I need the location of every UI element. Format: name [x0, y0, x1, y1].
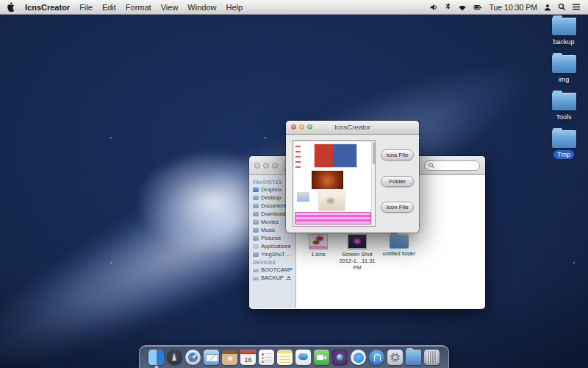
desktop-icon-label: img	[555, 75, 573, 84]
minimize-button[interactable]	[263, 163, 269, 169]
sidebar-item-label: Applications	[261, 243, 290, 250]
sidebar-devices-header: DEVICES	[253, 260, 294, 265]
zoom-button[interactable]	[272, 163, 278, 169]
eject-icon[interactable]	[286, 276, 291, 280]
dock-item-facetime[interactable]	[314, 350, 329, 365]
dock-item-launchpad[interactable]	[167, 350, 182, 365]
app-menu-icnscreator[interactable]: IcnsCreator	[25, 3, 70, 12]
documents-icon	[253, 203, 259, 208]
menu-help[interactable]: Help	[226, 3, 243, 12]
spotlight-icon[interactable]	[558, 3, 566, 11]
file-untitled-folder[interactable]: untitled folder	[379, 234, 420, 257]
desktop-icon-column: backup img Tools Tmp	[542, 18, 585, 159]
icnscreator-window[interactable]: IcnsCreator Icns File Folder Icon File	[286, 121, 419, 233]
dock-item-safari[interactable]	[185, 350, 201, 365]
dock-item-mail[interactable]	[204, 350, 219, 365]
desktop-icon-label: Tmp	[553, 150, 574, 159]
sidebar-item-label: Desktop	[261, 194, 282, 201]
file-label-line1: Screen Shot	[342, 251, 372, 258]
desktop: backup img Tools Tmp	[0, 0, 588, 368]
preview-blue-block	[297, 192, 309, 202]
sidebar-item-label: Documents	[261, 202, 289, 209]
desktop-icon-backup[interactable]: backup	[549, 18, 578, 46]
icnscreator-titlebar[interactable]: IcnsCreator	[286, 121, 419, 135]
dock-item-contacts[interactable]	[222, 350, 237, 365]
wifi-icon[interactable]	[458, 4, 467, 11]
dock-item-system-preferences[interactable]	[387, 350, 403, 365]
sidebar-item-label: Pictures	[261, 235, 281, 241]
menu-clock[interactable]: Tue 10:30 PM	[489, 3, 537, 12]
icns-file-button[interactable]: Icns File	[381, 149, 414, 160]
dropbox-icon	[253, 187, 259, 192]
dock-item-photo-booth[interactable]	[332, 350, 348, 365]
window-controls	[291, 124, 312, 130]
folder-icon	[552, 93, 576, 110]
desktop-icon-img[interactable]: img	[552, 55, 576, 84]
dock-item-notes[interactable]	[277, 350, 293, 365]
file-label: Screen Shot 2012-1…11.31 PM	[337, 251, 378, 271]
desktop-icon-tools[interactable]: Tools	[552, 93, 576, 121]
preview-red-marks	[295, 146, 301, 171]
close-button[interactable]	[254, 163, 260, 169]
folder-button[interactable]: Folder	[381, 176, 414, 187]
folder-icon	[552, 55, 576, 73]
file-1-icns[interactable]: 1.icns	[298, 234, 339, 258]
sidebar-item-applications[interactable]: Applications	[253, 242, 294, 250]
dock-item-calendar[interactable]: 16	[240, 350, 256, 365]
dock-item-itunes[interactable]	[351, 350, 366, 365]
dock-item-messages[interactable]	[295, 350, 311, 365]
sidebar-item-pictures[interactable]: Pictures	[253, 234, 294, 242]
battery-icon[interactable]	[473, 4, 482, 11]
preview-cat-image	[319, 191, 345, 210]
folder-icon	[390, 234, 409, 248]
drive-icon	[253, 276, 259, 280]
finder-search-input[interactable]	[424, 160, 480, 171]
file-thumbnail	[309, 234, 328, 249]
file-label-line2: 2012-1…11.31 PM	[339, 258, 375, 271]
menu-format[interactable]: Format	[126, 3, 151, 12]
notification-center-icon[interactable]	[573, 4, 581, 10]
minimize-button[interactable]	[299, 124, 304, 130]
downloads-icon	[253, 211, 259, 216]
menu-left: IcnsCreator File Edit Format View Window…	[7, 2, 243, 12]
sidebar-item-label: BOOTCAMP	[261, 266, 293, 273]
search-icon	[429, 163, 434, 169]
sidebar-item-backup[interactable]: BACKUP	[253, 274, 294, 282]
sidebar-item-label: Dropbox	[261, 186, 282, 193]
menu-bar: IcnsCreator File Edit Format View Window…	[0, 0, 588, 15]
dock: 16	[139, 345, 449, 368]
desktop-icon	[253, 195, 259, 200]
sidebar-item-label: Downloads	[261, 210, 288, 217]
zoom-button[interactable]	[307, 124, 312, 130]
desktop-icon-label: backup	[549, 38, 578, 46]
menu-file[interactable]: File	[79, 3, 93, 12]
calendar-day: 16	[240, 354, 256, 365]
icon-file-button[interactable]: Icon File	[381, 202, 414, 213]
dock-item-downloads-folder[interactable]	[406, 350, 421, 365]
movies-icon	[253, 219, 259, 224]
file-screen-shot[interactable]: Screen Shot 2012-1…11.31 PM	[337, 234, 378, 271]
dock-item-app-store[interactable]	[369, 350, 384, 365]
drive-icon	[253, 268, 259, 272]
bluetooth-icon[interactable]	[445, 3, 451, 11]
sidebar-item-bootcamp[interactable]: BOOTCAMP	[253, 266, 294, 274]
dock-item-finder[interactable]	[148, 350, 164, 365]
menu-window[interactable]: Window	[187, 3, 216, 12]
user-icon[interactable]	[544, 4, 551, 11]
desktop-icon-tmp[interactable]: Tmp	[552, 130, 576, 159]
sidebar-item-home[interactable]: YingShuT…	[253, 250, 294, 258]
menu-edit[interactable]: Edit	[102, 3, 116, 12]
close-button[interactable]	[291, 124, 296, 130]
dock-item-trash[interactable]	[424, 350, 440, 365]
volume-icon[interactable]	[430, 4, 438, 11]
preview-scrollbar[interactable]	[371, 141, 375, 226]
menu-view[interactable]: View	[161, 3, 179, 12]
sidebar-item-label: YingShuT…	[261, 251, 290, 258]
file-thumbnail	[348, 234, 367, 249]
file-label: untitled folder	[382, 250, 415, 257]
apple-menu[interactable]	[7, 2, 15, 12]
preview-artwork	[315, 144, 356, 167]
menu-status-area: Tue 10:30 PM	[430, 3, 581, 12]
dock-item-reminders[interactable]	[259, 350, 274, 365]
folder-icon	[552, 130, 576, 148]
